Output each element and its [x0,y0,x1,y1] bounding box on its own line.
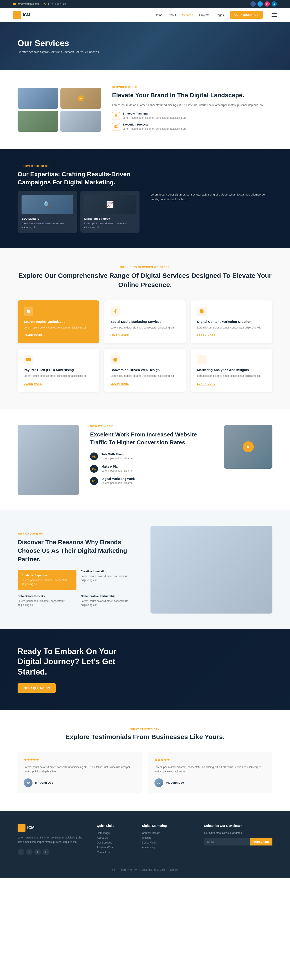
testimonials-grid: ★★★★★ Lorem ipsum dolor sit amet, consec… [18,752,272,793]
marketing-card-icon: 📈 [106,201,114,208]
why-section: WHY CHOOSE US Discover The Reasons Why B… [0,511,290,629]
newsletter-input[interactable] [204,838,250,845]
why-content: WHY CHOOSE US Discover The Reasons Why B… [18,532,139,607]
footer-link-homepage[interactable]: Homepage [97,832,131,835]
work-content: HOW WE WORK Excelent Work From Increased… [90,425,213,485]
elevate-tag: SERVICES WE OFFER [112,86,272,89]
footer-linkedin-icon[interactable]: p [43,849,49,855]
hero-section: Our Services Comprehensive Digital Solut… [0,22,290,70]
services-grid: Search Engine Optimization Lorem ipsum d… [18,301,272,392]
newsletter-subscribe-button[interactable]: SUBSCRIBE [250,838,272,845]
content-service-icon [197,307,207,316]
footer-link-social-media[interactable]: Social Media [142,841,193,844]
why-features: Strategic Expertise Lorem ipsum dolor si… [18,570,139,607]
footer-newsletter: Subscribe Our Newsletter Get Our Latest … [204,824,272,855]
cta-button[interactable]: GET A QUOTATION [18,683,56,693]
step-1-text: Talk With Team Lorem ipsum dolor sit ame… [101,452,133,460]
footer-logo-icon [18,824,26,832]
elevate-content: SERVICES WE OFFER Elevate Your Brand In … [112,86,272,134]
hero-title: Our Services [18,39,272,48]
content-learn-more[interactable]: LEARN MORE [197,334,216,337]
footer-link-projects[interactable]: Projects Work [97,846,131,849]
elevate-images: ▶ [18,88,101,132]
footer-link-website[interactable]: Website [142,836,193,839]
footer-logo-text: ICM [27,826,35,830]
footer-facebook-icon[interactable]: f [18,849,24,855]
feature-execution: Execution Projects Lorem ipsum dolor sit… [112,123,272,131]
testimonial-1: ★★★★★ Lorem ipsum dolor sit amet, consec… [18,752,142,793]
testimonial-2-text: Lorem ipsum dolor sit amet, consectetur … [154,765,266,774]
nav-services[interactable]: Services [182,13,193,17]
testimonials-header: WHAT CLIENTS SAY Explore Testimonials Fr… [18,728,272,741]
footer-instagram-icon[interactable]: in [34,849,41,855]
testimonial-2-avatar: JD [154,778,163,787]
strategic-icon [112,112,120,120]
footer: ICM Lorem ipsum dolor sit amet, consecte… [0,811,290,878]
footer-link-services[interactable]: Our Services [97,841,131,844]
expertise-card-marketing: 📈 Marketing Strategy Lorem ipsum dolor s… [80,191,140,233]
why-title: Discover The Reasons Why Brands Choose U… [18,538,139,564]
work-section: HOW WE WORK Excelent Work From Increased… [0,409,290,511]
footer-twitter-icon[interactable]: t [26,849,32,855]
work-video: ▶ [224,425,272,469]
elevate-img-3 [18,111,58,132]
work-step-3: 03. Digital Marketing Work Lorem ipsum d… [90,477,213,485]
web-learn-more[interactable]: LEARN MORE [111,382,129,386]
ppc-learn-more[interactable]: LEARN MORE [24,382,42,386]
testimonial-1-stars: ★★★★★ [24,758,136,762]
step-2-text: Make A Plan Lorem ipsum dolor sit amet [101,465,133,472]
navbar: ICM Home About Services Projects Pages G… [0,8,290,22]
footer-link-contact[interactable]: Contact Us [97,851,131,854]
footer-brand: ICM Lorem ipsum dolor sit amet, consecte… [18,824,86,855]
why-feature-collab: Collaborative Partnership Lorem ipsum do… [81,595,140,607]
newsletter-form: SUBSCRIBE [204,838,272,845]
execution-icon [112,123,120,131]
service-card-web: Conversion-Driven Web Design Lorem ipsum… [104,349,186,392]
footer-link-about[interactable]: About Us [97,836,131,839]
testimonial-2-author: JD Mr. John Doe [154,778,266,787]
step-1-num: 01. [90,452,98,460]
elevate-title: Elevate Your Brand In The Digital Landsc… [112,91,272,99]
footer-link-advertising[interactable]: Advertising [142,846,193,849]
social-learn-more[interactable]: LEARN MORE [111,334,129,337]
video-play-button[interactable]: ▶ [243,441,254,452]
expertise-card-seo: 🔍 SEO Mastery Lorem ipsum dolor sit amet… [18,191,77,233]
elevate-section: ▶ SERVICES WE OFFER Elevate Your Brand I… [0,70,290,149]
analytics-learn-more[interactable]: LEARN MORE [197,382,216,386]
seo-learn-more[interactable]: LEARN MORE [24,334,42,337]
testimonials-title: Explore Testimonials From Businesses Lik… [18,733,272,741]
testimonials-section: WHAT CLIENTS SAY Explore Testimonials Fr… [0,710,290,811]
why-img-block [151,526,272,614]
feature-strategic-text: Strategic Planning Lorem ipsum dolor sit… [123,112,186,120]
footer-logo: ICM [18,824,86,832]
marketing-card-image: 📈 [84,195,136,215]
nav-pages[interactable]: Pages [216,13,224,17]
hamburger-menu-icon[interactable] [272,13,277,17]
footer-newsletter-text: Get Our Latest News & Updates [204,832,272,835]
top-bar-contact: info@example.com +1 234 567 891 [13,2,66,5]
get-quotation-button[interactable]: GET A QUOTATION [230,11,263,19]
services-title: Explore Our Comprehensive Range Of Digit… [18,271,272,290]
facebook-icon[interactable]: f [250,1,256,6]
logo-icon [13,11,21,19]
footer-bottom: © ALL RIGHT RESERVED - ICM DIGITAL & MAR… [18,864,272,871]
nav-links: Home About Services Projects Pages GET A… [155,11,277,19]
twitter-icon[interactable]: t [258,1,263,6]
testimonial-2: ★★★★★ Lorem ipsum dolor sit amet, consec… [148,752,272,793]
service-card-seo: Search Engine Optimization Lorem ipsum d… [18,301,99,344]
expertise-section: DISCOVER THE BEST Our Expertise: Craftin… [0,149,290,248]
step-2-num: 02. [90,465,98,473]
play-button[interactable]: ▶ [78,95,84,101]
nav-projects[interactable]: Projects [199,13,210,17]
linkedin-icon[interactable]: p [272,1,277,6]
nav-home[interactable]: Home [155,13,162,17]
service-card-social: Social Media Marketing Services Lorem ip… [104,301,186,344]
instagram-icon[interactable]: in [264,1,270,6]
svg-point-0 [27,310,30,313]
service-card-analytics: Marketing Analytics And Insights Lorem i… [191,349,272,392]
nav-about[interactable]: About [168,13,176,17]
footer-link-content-design[interactable]: Content Design [142,832,193,835]
work-tag: HOW WE WORK [90,425,213,428]
expertise-left: DISCOVER THE BEST Our Expertise: Craftin… [18,165,139,233]
testimonial-1-author: JD Mr. John Doe [24,778,136,787]
